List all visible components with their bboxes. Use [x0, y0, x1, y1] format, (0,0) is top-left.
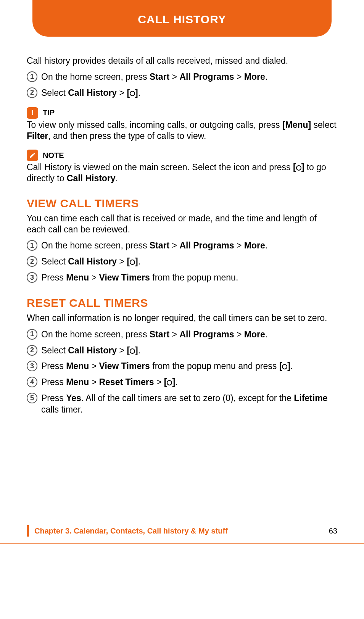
step-text: Select Call History > [].	[41, 345, 337, 356]
bold-text: Lifetime	[294, 393, 327, 403]
bold-text: Start	[150, 240, 169, 250]
bold-text: View Timers	[99, 272, 150, 282]
bold-text: All Programs	[179, 329, 234, 339]
step: 3Press Menu > View Timers from the popup…	[27, 361, 337, 372]
step: 1On the home screen, press Start > All P…	[27, 240, 337, 251]
bold-text: ]	[287, 361, 290, 371]
step-number: 2	[27, 256, 37, 267]
bold-text: Filter	[27, 131, 48, 141]
step: 3Press Menu > View Timers from the popup…	[27, 272, 337, 284]
bold-text: Menu	[66, 361, 89, 371]
section-intro: When call information is no longer requi…	[27, 313, 337, 324]
note-callout: NOTE Call History is viewed on the main …	[27, 150, 337, 184]
footer-page-number: 63	[329, 527, 337, 535]
bold-text: [	[293, 162, 296, 172]
bold-text: More	[244, 72, 265, 82]
page-title-banner: CALL HISTORY	[32, 0, 332, 37]
bold-text: [	[127, 88, 130, 98]
tip-callout: ! TIP To view only missed calls, incomin…	[27, 107, 337, 142]
bold-text: Call History	[67, 173, 116, 183]
bold-text: Start	[150, 329, 169, 339]
step-number: 2	[27, 87, 37, 98]
bold-text: All Programs	[179, 72, 234, 82]
bold-text: Call History	[68, 88, 117, 98]
bold-text: All Programs	[179, 240, 234, 250]
section-steps: 1On the home screen, press Start > All P…	[27, 240, 337, 284]
step-text: On the home screen, press Start > All Pr…	[41, 329, 337, 340]
ok-circle-icon	[296, 165, 301, 171]
tip-header: ! TIP	[27, 107, 337, 119]
note-label: NOTE	[43, 151, 64, 160]
tip-label: TIP	[43, 108, 55, 117]
step: 4Press Menu > Reset Timers > [].	[27, 377, 337, 388]
bold-text: [Menu]	[282, 120, 311, 130]
step: 2Select Call History > [].	[27, 87, 337, 99]
note-body: Call History is viewed on the main scree…	[27, 162, 337, 184]
exclamation-icon: !	[27, 107, 38, 119]
step-number: 1	[27, 71, 37, 82]
section-intro: You can time each call that is received …	[27, 213, 337, 235]
tip-body: To view only missed calls, incoming call…	[27, 119, 337, 142]
step-number: 1	[27, 329, 37, 340]
step: 1On the home screen, press Start > All P…	[27, 71, 337, 83]
step-number: 5	[27, 393, 37, 403]
ok-circle-icon	[130, 348, 135, 354]
step-text: Press Menu > Reset Timers > [].	[41, 377, 337, 388]
bold-text: ]	[135, 256, 138, 266]
content-area: Call history provides details of all cal…	[0, 37, 364, 416]
step-number: 3	[27, 361, 37, 371]
bold-text: Call History	[68, 256, 117, 266]
footer-chapter-label: Chapter 3. Calendar, Contacts, Call hist…	[34, 527, 228, 535]
step-text: On the home screen, press Start > All Pr…	[41, 240, 337, 251]
bold-text: Reset Timers	[99, 377, 154, 387]
note-header: NOTE	[27, 150, 337, 161]
bold-text: [	[127, 345, 130, 355]
step-number: 4	[27, 377, 37, 387]
step-number: 1	[27, 240, 37, 251]
section-heading: VIEW CALL TIMERS	[27, 197, 337, 210]
step-text: Select Call History > [].	[41, 256, 337, 268]
step: 2Select Call History > [].	[27, 256, 337, 268]
bold-text: ]	[135, 88, 138, 98]
footer-divider	[0, 543, 364, 544]
section-heading: RESET CALL TIMERS	[27, 297, 337, 310]
bold-text: Yes	[66, 393, 81, 403]
ok-circle-icon	[167, 380, 172, 385]
step-text: Press Menu > View Timers from the popup …	[41, 272, 337, 284]
pencil-icon	[27, 150, 38, 161]
step: 1On the home screen, press Start > All P…	[27, 329, 337, 340]
ok-circle-icon	[130, 260, 135, 265]
ok-circle-icon	[130, 91, 135, 96]
bold-text: Menu	[66, 377, 89, 387]
step-text: Select Call History > [].	[41, 87, 337, 99]
bold-text: ]	[172, 377, 175, 387]
step: 2Select Call History > [].	[27, 345, 337, 356]
bold-text: View Timers	[99, 361, 150, 371]
bold-text: ]	[301, 162, 304, 172]
step-number: 3	[27, 272, 37, 283]
bold-text: More	[244, 329, 265, 339]
bold-text: Call History	[68, 345, 117, 355]
step-text: Press Yes. All of the call timers are se…	[41, 393, 337, 416]
footer-inner: Chapter 3. Calendar, Contacts, Call hist…	[27, 525, 337, 537]
intro-paragraph: Call history provides details of all cal…	[27, 56, 337, 66]
bold-text: [	[279, 361, 282, 371]
ok-circle-icon	[282, 364, 287, 369]
step: 5Press Yes. All of the call timers are s…	[27, 393, 337, 416]
bold-text: Menu	[66, 272, 89, 282]
bold-text: More	[244, 240, 265, 250]
page-footer: Chapter 3. Calendar, Contacts, Call hist…	[0, 525, 364, 537]
bold-text: Start	[150, 72, 169, 82]
initial-steps: 1On the home screen, press Start > All P…	[27, 71, 337, 99]
step-text: Press Menu > View Timers from the popup …	[41, 361, 337, 372]
bold-text: [	[164, 377, 167, 387]
page-title: CALL HISTORY	[138, 13, 226, 26]
step-text: On the home screen, press Start > All Pr…	[41, 71, 337, 83]
bold-text: [	[127, 256, 130, 266]
section-steps: 1On the home screen, press Start > All P…	[27, 329, 337, 416]
page: CALL HISTORY Call history provides detai…	[0, 0, 364, 619]
bold-text: ]	[135, 345, 138, 355]
step-number: 2	[27, 345, 37, 356]
